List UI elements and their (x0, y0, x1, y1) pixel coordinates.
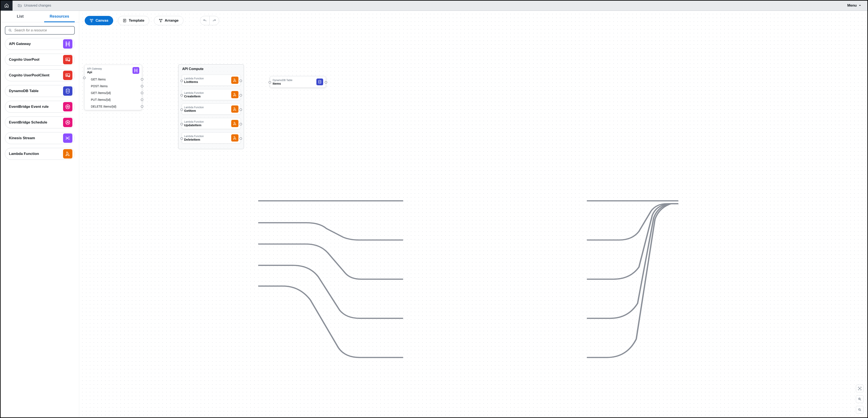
undo-icon (203, 19, 207, 23)
resource-item[interactable]: Cognito UserPoolClient (5, 69, 75, 81)
port[interactable] (240, 108, 242, 111)
resource-item[interactable]: API Gateway (5, 38, 75, 50)
template-icon (123, 19, 127, 23)
api-route[interactable]: GET /items (85, 76, 142, 83)
port[interactable] (240, 123, 242, 125)
node-type: DynamoDB Table (273, 79, 316, 82)
resource-label: Kinesis Stream (9, 136, 35, 140)
undo-button[interactable] (200, 16, 210, 25)
canvas[interactable]: Canvas Template Arrange (79, 11, 867, 417)
tab-resources[interactable]: Resources (40, 11, 79, 22)
redo-icon (212, 19, 216, 23)
tab-list[interactable]: List (1, 11, 40, 22)
node-type: Lambda Function (184, 77, 231, 80)
resource-label: Cognito UserPoolClient (9, 73, 50, 77)
resource-item[interactable]: DynamoDB Table (5, 85, 75, 97)
resource-item[interactable]: EventBridge Schedule (5, 117, 75, 128)
zoom-in-button[interactable] (856, 395, 864, 403)
menu-dropdown[interactable]: Menu (847, 3, 867, 8)
fit-view-button[interactable] (856, 385, 864, 392)
port[interactable] (240, 137, 242, 140)
node-name: DeleteItem (184, 138, 231, 141)
zoom-controls (856, 385, 864, 414)
canvas-icon (90, 19, 93, 23)
port[interactable] (181, 123, 183, 125)
lambda-icon (231, 120, 239, 127)
template-view-button[interactable]: Template (118, 16, 149, 25)
port[interactable] (141, 105, 143, 108)
port[interactable] (141, 78, 143, 81)
node-name: GetItem (184, 109, 231, 112)
lambda-icon (231, 91, 239, 98)
api-route[interactable]: DELETE /items/{id} (85, 103, 142, 110)
node-type: API Gateway (87, 67, 132, 70)
sidebar-tabs: List Resources (1, 11, 79, 22)
node-type: Lambda Function (184, 92, 231, 94)
zoom-out-icon (858, 408, 862, 412)
node-dynamodb[interactable]: DynamoDB Table Items (270, 76, 326, 88)
status-text: Unsaved changes (24, 4, 51, 7)
resource-list: API Gateway Cognito UserPool Cognito Use… (1, 36, 79, 417)
port[interactable] (141, 92, 143, 94)
arrange-icon (159, 19, 163, 23)
port[interactable] (181, 108, 183, 111)
port[interactable] (83, 76, 86, 79)
caret-down-icon (859, 4, 861, 7)
node-type: Lambda Function (184, 135, 231, 138)
resource-label: Cognito UserPool (9, 58, 39, 62)
resource-label: DynamoDB Table (9, 89, 39, 93)
home-button[interactable] (1, 0, 12, 10)
port[interactable] (324, 81, 327, 84)
api-route[interactable]: GET /items/{id} (85, 90, 142, 96)
port[interactable] (141, 98, 143, 101)
node-lambda[interactable]: Lambda Function CreateItem (182, 89, 241, 100)
lambda-icon (231, 105, 239, 113)
port[interactable] (240, 79, 242, 82)
view-toolbar: Canvas Template Arrange (85, 16, 219, 25)
api-gateway-icon (132, 67, 139, 74)
redo-button[interactable] (210, 16, 219, 25)
api-gateway-icon (63, 39, 72, 49)
fit-icon (858, 387, 862, 390)
kinesis-icon (63, 133, 72, 143)
top-bar: Unsaved changes Menu (1, 1, 867, 11)
eventbridge-icon (63, 102, 72, 111)
port[interactable] (240, 94, 242, 97)
resource-label: Lambda Function (9, 152, 39, 156)
api-route[interactable]: POST /items (85, 83, 142, 90)
undo-redo-group (200, 16, 219, 25)
port[interactable] (181, 137, 183, 140)
search-input[interactable] (14, 28, 71, 32)
lambda-icon (231, 76, 239, 84)
search-input-wrap[interactable] (5, 26, 75, 35)
node-name: Api (87, 70, 132, 74)
resource-item[interactable]: EventBridge Event rule (5, 101, 75, 113)
api-route[interactable]: PUT /items/{id} (85, 96, 142, 103)
port[interactable] (181, 79, 183, 82)
resource-item[interactable]: Lambda Function (5, 148, 75, 160)
sidebar: List Resources API Gateway Cognito UserP… (1, 11, 79, 417)
cognito-icon (63, 55, 72, 64)
menu-label: Menu (847, 3, 857, 8)
node-lambda[interactable]: Lambda Function ListItems (182, 75, 241, 86)
lambda-icon (231, 134, 239, 141)
node-lambda[interactable]: Lambda Function UpdateItem (182, 118, 241, 129)
search-icon (8, 28, 12, 32)
zoom-out-button[interactable] (856, 406, 864, 414)
port[interactable] (181, 94, 183, 97)
resource-item[interactable]: Cognito UserPool (5, 54, 75, 66)
node-name: UpdateItem (184, 123, 231, 127)
node-lambda[interactable]: Lambda Function GetItem (182, 103, 241, 115)
resource-item[interactable]: Kinesis Stream (5, 132, 75, 144)
canvas-view-button[interactable]: Canvas (85, 16, 113, 25)
node-api-gateway[interactable]: API Gateway Api GET /itemsPOST /itemsGET… (84, 65, 142, 110)
port[interactable] (269, 81, 271, 84)
group-api-compute[interactable]: API Compute Lambda Function ListItems La… (178, 64, 244, 149)
port[interactable] (141, 85, 143, 88)
folder-icon (18, 3, 22, 8)
arrange-button[interactable]: Arrange (154, 16, 183, 25)
node-lambda[interactable]: Lambda Function DeleteItem (182, 132, 241, 143)
dynamodb-icon (316, 78, 323, 85)
node-name: ListItems (184, 80, 231, 84)
eventbridge-icon (63, 118, 72, 127)
